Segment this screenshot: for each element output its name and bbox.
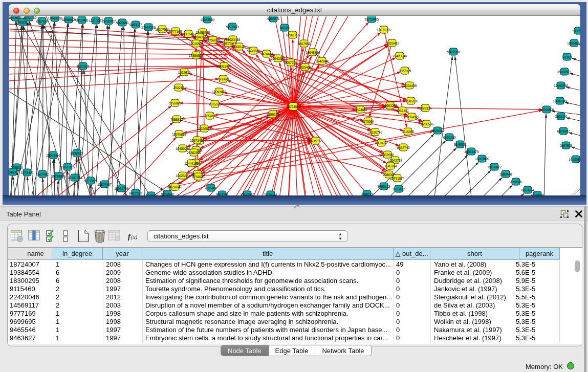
svg-text:10046766: 10046766 [554,84,568,88]
svg-text:12093873: 12093873 [212,91,226,94]
svg-text:20206536: 20206536 [419,123,433,126]
svg-text:1167533: 1167533 [560,144,572,148]
svg-text:10958107: 10958107 [15,21,30,25]
svg-text:1527602: 1527602 [36,173,49,177]
svg-text:8454749: 8454749 [397,146,410,150]
svg-text:7955812: 7955812 [170,118,183,122]
svg-text:9777169: 9777169 [84,180,97,183]
svg-text:9227343: 9227343 [226,26,239,29]
svg-text:9327508: 9327508 [447,51,460,54]
svg-text:15692971: 15692971 [557,71,572,74]
svg-text:7515525: 7515525 [209,103,222,106]
svg-text:16671355: 16671355 [377,29,391,32]
svg-text:3267110: 3267110 [396,110,408,113]
svg-text:10654112: 10654112 [203,115,217,118]
svg-text:9242848: 9242848 [161,193,174,196]
svg-text:(x): (x) [131,234,138,240]
svg-text:3624554: 3624554 [431,129,444,133]
svg-text:13325419: 13325419 [385,42,399,46]
svg-text:9463627: 9463627 [129,24,142,27]
svg-text:8660123: 8660123 [233,46,246,49]
svg-text:9245652: 9245652 [9,171,19,174]
svg-text:8215955: 8215955 [402,130,415,134]
svg-text:7625402: 7625402 [205,187,217,190]
svg-text:9242848: 9242848 [316,60,329,63]
svg-text:9474444: 9474444 [260,53,273,56]
svg-text:9657791: 9657791 [285,61,297,65]
svg-text:14136141: 14136141 [569,158,580,162]
svg-text:9474444: 9474444 [265,193,277,196]
svg-text:1362615: 1362615 [178,71,191,75]
svg-text:10543382: 10543382 [240,193,254,196]
svg-text:16961755: 16961755 [114,187,128,191]
svg-text:8427552: 8427552 [129,192,142,195]
svg-text:16409948: 16409948 [176,147,190,151]
svg-text:16914479: 16914479 [464,150,478,154]
svg-text:9657791: 9657791 [216,193,229,196]
svg-text:5498222: 5498222 [361,193,374,196]
svg-text:19166827: 19166827 [487,166,502,169]
svg-text:5498222: 5498222 [247,50,260,53]
svg-text:2087652: 2087652 [375,142,388,145]
svg-text:18724007: 18724007 [286,105,300,109]
svg-text:10756928: 10756928 [206,39,220,42]
svg-text:15716485: 15716485 [364,18,379,21]
svg-text:16654923: 16654923 [405,116,419,119]
svg-text:15720407: 15720407 [101,20,116,24]
svg-text:1145194: 1145194 [384,165,397,168]
svg-text:6497568: 6497568 [531,194,544,196]
svg-text:8813054: 8813054 [521,189,534,192]
svg-text:17016504: 17016504 [189,42,203,46]
svg-text:19384554: 19384554 [567,42,580,46]
svg-text:8427552: 8427552 [298,42,311,46]
svg-text:5878334: 5878334 [419,107,432,111]
svg-text:7625402: 7625402 [299,66,312,70]
svg-text:16961755: 16961755 [286,34,300,37]
svg-text:746266: 746266 [279,27,290,30]
svg-text:12444195: 12444195 [184,162,199,166]
svg-text:16107554: 16107554 [68,177,82,180]
svg-text:1990448: 1990448 [499,173,512,177]
svg-text:9329986: 9329986 [116,21,129,25]
svg-text:16782759: 16782759 [22,16,36,20]
svg-text:16053809: 16053809 [475,158,489,161]
svg-text:7357224: 7357224 [36,20,49,24]
svg-text:1156829: 1156829 [169,102,181,105]
svg-text:9115460: 9115460 [76,19,88,23]
svg-text:10688609: 10688609 [61,18,76,22]
svg-text:2803144: 2803144 [555,115,568,119]
svg-text:18807249: 18807249 [553,100,567,103]
svg-text:6938923: 6938923 [71,152,83,156]
svg-text:9146821: 9146821 [454,143,467,147]
svg-text:10025433: 10025433 [176,174,190,178]
svg-text:9084067: 9084067 [193,36,206,39]
svg-text:9777169: 9777169 [169,30,182,34]
svg-text:8660123: 8660123 [378,185,390,189]
svg-text:12942737: 12942737 [388,159,402,163]
svg-text:1170064: 1170064 [362,120,374,124]
svg-text:10973493: 10973493 [190,139,204,143]
svg-text:19218906: 19218906 [51,175,66,179]
svg-text:13353594: 13353594 [200,18,214,22]
svg-text:25302975: 25302975 [187,151,201,155]
svg-text:20691406: 20691406 [217,65,231,69]
svg-text:16210643: 16210643 [168,186,182,189]
svg-text:16648784: 16648784 [144,194,158,196]
svg-text:16648784: 16648784 [306,51,320,55]
svg-text:8186328: 8186328 [267,113,279,117]
svg-text:1615132: 1615132 [393,188,405,191]
svg-text:16120746: 16120746 [368,131,382,135]
svg-text:9699695: 9699695 [510,181,522,184]
svg-text:22420046: 22420046 [393,55,407,58]
svg-text:17957225: 17957225 [141,26,156,30]
svg-text:10543382: 10543382 [271,57,285,61]
svg-text:62160: 62160 [562,56,572,59]
svg-text:23226058: 23226058 [197,127,211,131]
svg-text:6879197: 6879197 [557,130,570,134]
svg-text:6466160: 6466160 [443,136,456,140]
svg-text:252214: 252214 [173,86,184,90]
svg-text:25053346: 25053346 [46,154,60,158]
svg-text:4055571: 4055571 [267,17,280,21]
svg-text:16154808: 16154808 [539,108,554,112]
svg-text:12505135: 12505135 [404,100,418,103]
